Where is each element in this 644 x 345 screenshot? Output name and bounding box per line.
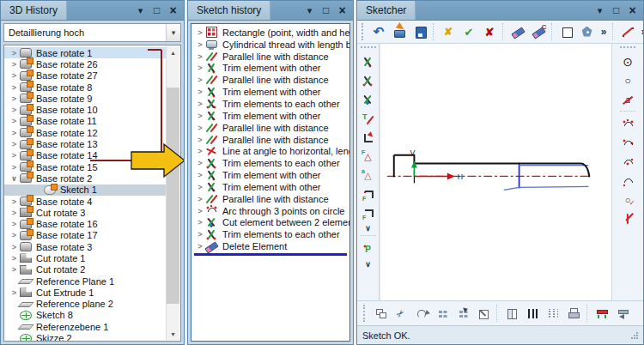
tree-item-cut-rotate-3[interactable]: >Cut rotate 3	[4, 207, 166, 218]
parallel-t-button[interactable]	[358, 109, 379, 128]
chev-more-button[interactable]	[358, 222, 379, 233]
tree-item-base-rotate-4[interactable]: >Base rotate 4	[4, 196, 166, 207]
a-tangent-button[interactable]	[617, 90, 638, 109]
expand-chevron-icon[interactable]: >	[9, 140, 20, 148]
save-button[interactable]	[410, 21, 430, 42]
tree-item-base-rotate-2[interactable]: ∨Base rotate 2	[4, 172, 166, 184]
open-button[interactable]	[389, 21, 410, 42]
expand-chevron-icon[interactable]: >	[9, 288, 20, 297]
maximize-icon[interactable]	[609, 3, 623, 17]
fcorner-x-button[interactable]	[358, 185, 379, 203]
arc-center-button[interactable]	[617, 153, 638, 172]
history-item-trim-element-with-other[interactable]: >Trim element with other	[191, 110, 349, 122]
expand-chevron-icon[interactable]: >	[9, 220, 20, 228]
history-item-parallel-line-with-distance[interactable]: >Parallel line with distance	[191, 51, 349, 63]
history-item-rectangle-point-width-and-height[interactable]: >Rectangle (point, width and height)	[191, 27, 349, 39]
sketch-canvas[interactable]: V H	[380, 44, 611, 300]
expand-chevron-icon[interactable]: >	[195, 40, 205, 49]
tree-item-skizze-2[interactable]: Skizze 2	[4, 332, 166, 342]
eraser-c-button[interactable]	[528, 21, 549, 42]
cancel-red-button[interactable]	[479, 21, 500, 42]
tree-item-base-rotate-11[interactable]: >Base rotate 11	[4, 116, 166, 127]
expand-chevron-icon[interactable]: >	[9, 209, 20, 217]
tree-item-sketch-8[interactable]: Sketch 8	[4, 310, 166, 321]
expand-chevron-icon[interactable]: >	[9, 71, 20, 80]
history-item-cut-element-between-2-elements[interactable]: >Cut element between 2 elements	[191, 217, 349, 229]
pattern-grid-button[interactable]	[432, 303, 453, 324]
expand-chevron-icon[interactable]: >	[9, 243, 20, 251]
menu-down-icon[interactable]	[592, 3, 607, 17]
tree-item-base-rotate-15[interactable]: >Base rotate 15	[4, 161, 166, 172]
undo-button[interactable]	[368, 21, 389, 42]
menu-down-icon[interactable]	[133, 3, 148, 17]
tree-scrollbar[interactable]: ▴ ▾	[166, 46, 179, 340]
expand-chevron-icon[interactable]: >	[195, 88, 205, 96]
history-item-parallel-line-with-distance[interactable]: >Parallel line with distance	[191, 74, 349, 86]
history-item-trim-elements-to-each-other[interactable]: >Trim elements to each other	[191, 228, 349, 240]
ellipse-check-button[interactable]	[617, 191, 638, 209]
expand-chevron-icon[interactable]: >	[195, 112, 205, 120]
detail-level-combobox[interactable]: Detaillierung hoch ▾	[3, 23, 181, 42]
tree-item-base-rotate-17[interactable]: >Base rotate 17	[4, 230, 166, 241]
expand-chevron-icon[interactable]: >	[195, 195, 205, 203]
tree-item-sketch-1[interactable]: Sketch 1	[4, 185, 166, 196]
tree-item-base-rotate-14[interactable]: >Base rotate 14	[4, 150, 166, 161]
history-item-trim-elements-to-each-other[interactable]: >Trim elements to each other	[191, 157, 349, 169]
mirror-button[interactable]	[501, 303, 522, 324]
expand-chevron-icon[interactable]: >	[9, 117, 20, 125]
maximize-icon[interactable]	[319, 3, 333, 17]
move-copy-button[interactable]	[370, 303, 391, 324]
expand-chevron-icon[interactable]: >	[195, 100, 205, 108]
history-item-arc-through-3-points-on-circle[interactable]: >Arc through 3 points on circle	[191, 205, 349, 217]
tree-item-base-rotate-3[interactable]: >Base rotate 3	[4, 241, 166, 252]
expand-chevron-icon[interactable]: >	[9, 106, 20, 114]
tree-item-base-rotate-9[interactable]: >Base rotate 9	[4, 93, 166, 104]
history-item-parallel-line-with-distance[interactable]: >Parallel line with distance	[191, 193, 349, 205]
table-red-button[interactable]	[592, 303, 612, 324]
expand-chevron-icon[interactable]: >	[9, 163, 20, 172]
resize-grip-icon[interactable]	[630, 331, 638, 339]
confirm-button[interactable]	[459, 21, 479, 42]
expand-chevron-icon[interactable]: >	[9, 60, 20, 69]
maximize-icon[interactable]	[149, 3, 164, 17]
scrollbar-thumb[interactable]	[167, 88, 179, 304]
history-item-trim-element-with-other[interactable]: >Trim element with other	[191, 181, 349, 193]
expand-chevron-icon[interactable]: >	[9, 151, 20, 160]
expand-chevron-icon[interactable]: >	[195, 136, 205, 144]
trim-other-button[interactable]	[358, 52, 379, 71]
tree-item-base-rotate-26[interactable]: >Base rotate 26	[4, 58, 166, 70]
ftri-a-button[interactable]	[358, 147, 379, 166]
tree-item-reference-plane-2[interactable]: Reference plane 2	[4, 299, 166, 310]
cut-between-button[interactable]	[358, 90, 379, 109]
axis-ref-button[interactable]	[617, 209, 638, 228]
expand-chevron-icon[interactable]: >	[195, 124, 205, 132]
close-icon[interactable]	[625, 3, 640, 17]
line-tool-button[interactable]	[617, 21, 638, 42]
combobox-arrow-icon[interactable]: ▾	[166, 24, 180, 41]
expand-chevron-icon[interactable]: >	[9, 197, 20, 206]
rectangle-tool-button[interactable]	[556, 21, 577, 42]
menu-down-icon[interactable]	[302, 3, 317, 17]
corner-fillet-button[interactable]	[358, 128, 379, 147]
expand-chevron-icon[interactable]: >	[9, 254, 20, 263]
history-item-line-at-angle-to-horizontal-length[interactable]: >Line at angle to horizontal, length	[191, 145, 349, 157]
history-item-delete-element[interactable]: >Delete Element	[191, 240, 349, 252]
expand-chevron-icon[interactable]: >	[195, 230, 205, 239]
expand-chevron-icon[interactable]: >	[195, 52, 205, 61]
tree-item-base-rotate-13[interactable]: >Base rotate 13	[4, 138, 166, 149]
arc-3pt-button[interactable]	[617, 115, 638, 134]
expand-chevron-icon[interactable]: >	[9, 83, 20, 92]
chev-more-button[interactable]	[358, 258, 379, 269]
expand-chevron-icon[interactable]: >	[195, 76, 205, 84]
expand-chevron-icon[interactable]: >	[195, 147, 205, 155]
stamp-button[interactable]	[563, 303, 584, 324]
tree-item-base-rotate-8[interactable]: >Base rotate 8	[4, 82, 166, 93]
scroll-down-icon[interactable]: ▾	[167, 328, 179, 340]
expand-chevron-icon[interactable]: >	[195, 207, 205, 215]
more-button[interactable]	[638, 21, 644, 42]
history-item-trim-element-with-other[interactable]: >Trim element with other	[191, 63, 349, 75]
expand-chevron-icon[interactable]: >	[195, 183, 205, 191]
history-item-trim-elements-to-each-other[interactable]: >Trim elements to each other	[191, 98, 349, 110]
expand-chevron-icon[interactable]: >	[9, 231, 20, 239]
circle-button[interactable]	[617, 71, 638, 90]
